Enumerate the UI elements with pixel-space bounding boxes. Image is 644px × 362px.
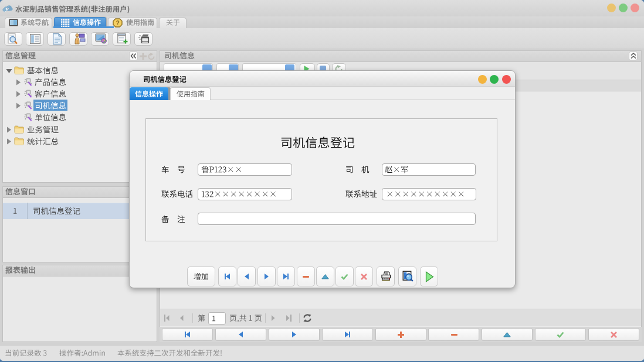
svg-text:?: ? bbox=[116, 19, 119, 26]
svg-text:y: y bbox=[5, 6, 9, 12]
